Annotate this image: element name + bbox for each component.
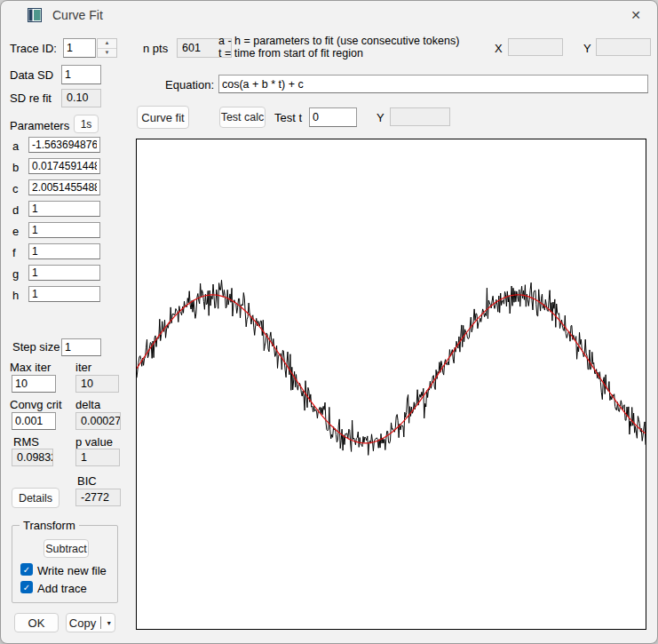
param-e-input[interactable] [28,222,100,238]
parameters-hint: a - h = parameters to fit (use consecuti… [218,35,459,60]
param-a-input[interactable] [28,137,100,153]
param-b-input[interactable] [28,158,100,174]
param-g-input[interactable] [28,265,100,281]
rms-field: 0.098322 [12,449,53,466]
copy-split-button[interactable]: Copy ▼ [66,613,115,632]
hint-line-1: a - h = parameters to fit (use consecuti… [218,35,459,47]
param-d-label: d [12,203,19,217]
parameters-label: Parameters [10,119,69,132]
noisy-data-trace [137,280,646,455]
step-size-label: Step size [12,340,59,354]
delta-field: 0.000274 [75,412,121,430]
n-pts-label: n pts [143,42,168,55]
cursor-x-field [508,38,563,56]
hint-line-2: t = time from start of fit region [218,47,459,60]
sd-refit-label: SD re fit [10,91,52,105]
p-value-field: 1 [75,449,120,466]
window-title: Curve Fit [52,8,103,22]
curve-fit-window: Curve Fit ✕ Trace ID: ▲ ▼ n pts 601 a - … [0,0,658,644]
fit-plot [137,139,646,629]
spinner-up-icon[interactable]: ▲ [98,39,116,48]
write-new-file-checkbox[interactable]: ✓ [20,563,33,576]
equation-input[interactable] [218,75,648,93]
chevron-down-icon[interactable]: ▼ [106,620,112,626]
rms-label: RMS [13,435,39,449]
p-value-label: p value [75,435,113,449]
data-sd-input[interactable] [61,65,101,84]
test-t-label: Test t [274,111,302,124]
cursor-y-field [596,38,651,56]
transform-group-label: Transform [20,519,79,532]
param-h-label: h [12,289,19,302]
max-iter-input[interactable] [12,375,56,393]
cursor-x-label: X [495,42,503,55]
max-iter-label: Max iter [10,361,51,374]
delta-label: delta [75,398,100,411]
test-calc-button[interactable]: Test calc [219,107,266,128]
app-icon [28,8,42,22]
convg-crit-input[interactable] [12,412,56,430]
check-icon: ✓ [23,565,30,575]
test-t-input[interactable] [309,107,357,127]
param-g-label: g [12,267,19,281]
param-c-input[interactable] [28,179,100,195]
step-size-input[interactable] [61,338,101,356]
iter-field: 10 [75,375,119,393]
details-button[interactable]: Details [12,488,59,508]
ok-button[interactable]: OK [14,613,59,632]
param-f-label: f [12,246,16,259]
param-d-input[interactable] [28,201,100,217]
write-new-file-label: Write new file [37,564,107,577]
fitted-curve-trace [137,295,646,443]
subtract-button[interactable]: Subtract [44,539,89,558]
param-b-label: b [12,161,19,174]
split-divider [100,616,101,629]
trace-id-input[interactable] [63,38,96,58]
bic-label: BIC [77,474,97,488]
iter-label: iter [75,361,91,374]
trace-id-label: Trace ID: [10,42,57,55]
test-y-label: Y [377,111,384,124]
data-sd-label: Data SD [10,68,53,82]
copy-button-label[interactable]: Copy [69,616,96,630]
add-trace-checkbox[interactable]: ✓ [20,581,33,593]
add-trace-label: Add trace [37,582,87,595]
convg-crit-label: Convg crit [10,398,62,411]
fit-plot-panel [136,139,646,630]
param-h-input[interactable] [28,286,100,302]
close-icon[interactable]: ✕ [627,6,645,24]
check-icon: ✓ [23,583,30,592]
test-y-field [390,107,450,126]
cursor-y-label: Y [583,42,591,55]
param-e-label: e [12,225,19,238]
param-f-input[interactable] [28,243,100,259]
param-c-label: c [12,182,19,195]
param-a-label: a [12,139,19,153]
curve-fit-button[interactable]: Curve fit [137,106,189,129]
trace-id-stepper: ▲ ▼ [97,38,117,58]
units-button[interactable]: 1s [74,115,99,133]
bic-field: -2772 [75,489,121,506]
spinner-down-icon[interactable]: ▼ [98,48,116,58]
sd-refit-field: 0.10 [61,89,101,107]
title-bar[interactable]: Curve Fit ✕ [1,1,657,29]
equation-label: Equation: [163,78,214,91]
